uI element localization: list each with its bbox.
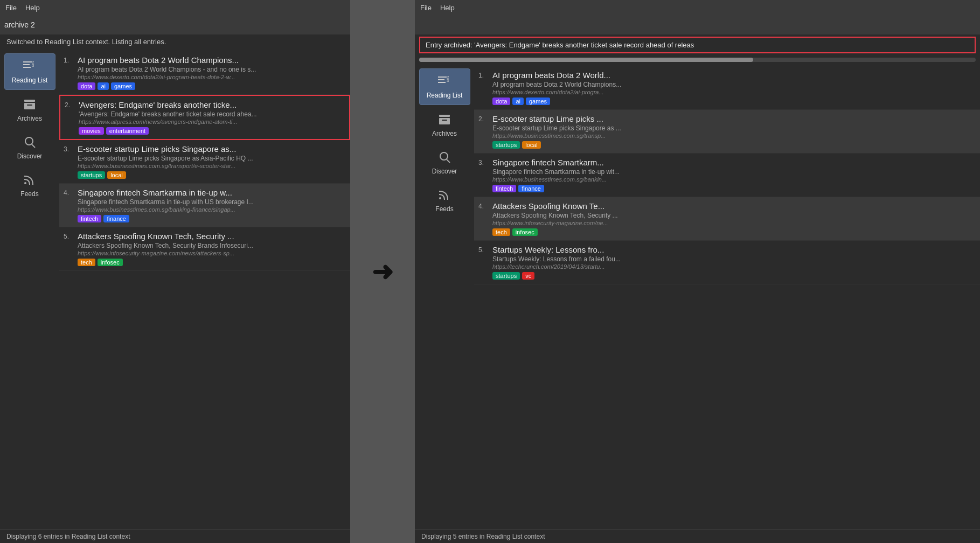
right-scroll-indicator — [419, 58, 976, 62]
left-entry-2-desc: 'Avengers: Endgame' breaks another ticke… — [79, 110, 343, 118]
right-tag-dota-1: dota — [492, 98, 510, 105]
left-entry-2-title: 'Avengers: Endgame' breaks another ticke… — [79, 100, 343, 109]
left-entry-2[interactable]: 2. 'Avengers: Endgame' breaks another ti… — [59, 95, 350, 140]
sidebar-item-discover-left[interactable]: Discover — [4, 130, 55, 165]
tag-finance-4: finance — [103, 215, 129, 222]
left-entry-3[interactable]: 3. E-scooter startup Lime picks Singapor… — [59, 140, 350, 184]
left-menu-bar: File Help — [0, 0, 350, 15]
right-entry-2-number: 2. — [478, 114, 488, 123]
right-entry-3[interactable]: 3. Singapore fintech Smartkarm... Singap… — [474, 154, 980, 197]
tag-startups-3: startups — [78, 171, 105, 179]
right-command-input[interactable] — [419, 20, 976, 29]
right-sidebar: 2 3 Reading List Archives — [415, 64, 474, 530]
svg-point-8 — [25, 137, 33, 145]
left-panel: File Help Switched to Reading List conte… — [0, 0, 350, 543]
right-entry-2-desc: E-scooter startup Lime picks Singapore a… — [492, 124, 974, 132]
left-command-input[interactable] — [4, 20, 346, 29]
left-entry-5-number: 5. — [64, 232, 73, 240]
left-entry-3-url: https://www.businesstimes.com.sg/transpo… — [78, 163, 344, 169]
tag-ai-1: ai — [98, 82, 109, 90]
svg-text:3: 3 — [32, 63, 34, 68]
left-entry-5[interactable]: 5. Attackers Spoofing Known Tech, Securi… — [59, 227, 350, 271]
left-entry-1[interactable]: 1. AI program beats Dota 2 World Champio… — [59, 51, 350, 95]
right-scroll-thumb[interactable] — [419, 58, 753, 62]
discover-label-left: Discover — [17, 152, 43, 160]
right-entry-5-number: 5. — [478, 245, 488, 254]
right-entry-4-url: https://www.infosecurity-magazine.com/ne… — [492, 220, 974, 226]
archives-label-left: Archives — [17, 115, 42, 122]
discover-icon-left — [22, 135, 37, 150]
right-tag-tech-4: tech — [492, 228, 510, 236]
right-entry-1[interactable]: 1. AI program beats Dota 2 World... AI p… — [474, 66, 980, 110]
sidebar-item-feeds-right[interactable]: Feeds — [419, 183, 470, 218]
tag-tech-5: tech — [78, 259, 95, 266]
svg-rect-12 — [438, 79, 444, 80]
left-entry-5-url: https://www.infosecurity-magazine.com/ne… — [78, 250, 344, 256]
left-entry-2-number: 2. — [65, 100, 74, 109]
discover-label-right: Discover — [432, 168, 457, 175]
right-entry-4-tags: tech infosec — [492, 228, 974, 236]
svg-rect-18 — [442, 120, 447, 121]
svg-text:3: 3 — [447, 78, 449, 83]
right-help-menu[interactable]: Help — [440, 4, 455, 12]
tag-movies-2: movies — [79, 127, 104, 135]
left-entry-1-url: https://www.dexerto.com/dota2/ai-program… — [78, 74, 344, 80]
discover-icon-right — [437, 150, 452, 165]
left-file-menu[interactable]: File — [5, 4, 17, 12]
left-main-content: 2 3 Reading List Archives — [0, 49, 350, 530]
right-entry-3-title: Singapore fintech Smartkarm... — [492, 158, 974, 167]
svg-point-19 — [440, 152, 448, 160]
left-entry-1-number: 1. — [64, 55, 73, 64]
right-command-bar — [415, 15, 980, 34]
right-entry-4[interactable]: 4. Attackers Spoofing Known Te... Attack… — [474, 197, 980, 241]
right-tag-infosec-4: infosec — [512, 228, 538, 236]
right-panel: File Help Entry archived: 'Avengers: End… — [415, 0, 980, 543]
left-command-bar — [0, 15, 350, 34]
sidebar-item-reading-list-left[interactable]: 2 3 Reading List — [4, 53, 55, 90]
transition-arrow: ➜ — [350, 0, 415, 543]
left-entry-1-title: AI program beats Dota 2 World Champions.… — [78, 55, 344, 65]
right-entry-4-title: Attackers Spoofing Known Te... — [492, 201, 974, 211]
right-entry-2[interactable]: 2. E-scooter startup Lime picks ... E-sc… — [474, 110, 980, 154]
right-menu-bar: File Help — [415, 0, 980, 15]
left-help-menu[interactable]: Help — [25, 4, 40, 12]
reading-list-label-right: Reading List — [427, 92, 463, 99]
svg-point-10 — [24, 182, 26, 184]
feeds-label-left: Feeds — [20, 190, 38, 198]
sidebar-item-feeds-left[interactable]: Feeds — [4, 168, 55, 203]
left-entry-2-tags: movies entertainment — [79, 127, 343, 135]
sidebar-item-discover-right[interactable]: Discover — [419, 145, 470, 180]
archives-icon-left — [22, 98, 37, 113]
right-entry-1-desc: AI program beats Dota 2 World Champions.… — [492, 81, 974, 88]
svg-rect-13 — [438, 82, 446, 83]
left-entry-3-number: 3. — [64, 144, 73, 153]
right-entry-3-tags: fintech finance — [492, 185, 974, 192]
sidebar-item-archives-right[interactable]: Archives — [419, 107, 470, 143]
right-entry-1-url: https://www.dexerto.com/dota2/ai-progra.… — [492, 89, 974, 95]
right-entry-2-url: https://www.businesstimes.com.sg/transp.… — [492, 133, 974, 139]
svg-rect-17 — [439, 118, 450, 124]
right-entry-5[interactable]: 5. Startups Weekly: Lessons fro... Start… — [474, 241, 980, 284]
right-tag-games-1: games — [526, 98, 550, 105]
right-tag-local-2: local — [522, 141, 541, 149]
right-entry-1-title: AI program beats Dota 2 World... — [492, 71, 974, 80]
right-main-content: 2 3 Reading List Archives — [415, 64, 980, 530]
left-entry-4-desc: Singapore fintech Smartkarma in tie-up w… — [78, 198, 344, 206]
sidebar-item-reading-list-right[interactable]: 2 3 Reading List — [419, 68, 470, 105]
sidebar-item-archives-left[interactable]: Archives — [4, 92, 55, 128]
right-file-menu[interactable]: File — [420, 4, 432, 12]
left-entry-4-number: 4. — [64, 188, 73, 197]
right-entry-3-number: 3. — [478, 158, 488, 166]
right-entry-2-title: E-scooter startup Lime picks ... — [492, 114, 974, 123]
left-entry-4[interactable]: 4. Singapore fintech Smartkarma in tie-u… — [59, 184, 350, 227]
right-notification-bar: Entry archived: 'Avengers: Endgame' brea… — [419, 37, 976, 53]
svg-rect-5 — [24, 100, 35, 102]
svg-rect-1 — [23, 64, 30, 65]
right-entry-5-title: Startups Weekly: Lessons fro... — [492, 245, 974, 254]
right-tag-ai-1: ai — [512, 98, 524, 105]
tag-entertainment-2: entertainment — [106, 127, 149, 135]
left-entry-4-tags: fintech finance — [78, 215, 344, 222]
feeds-icon-left — [22, 173, 37, 188]
tag-games-1: games — [111, 82, 135, 90]
left-entry-3-tags: startups local — [78, 171, 344, 179]
